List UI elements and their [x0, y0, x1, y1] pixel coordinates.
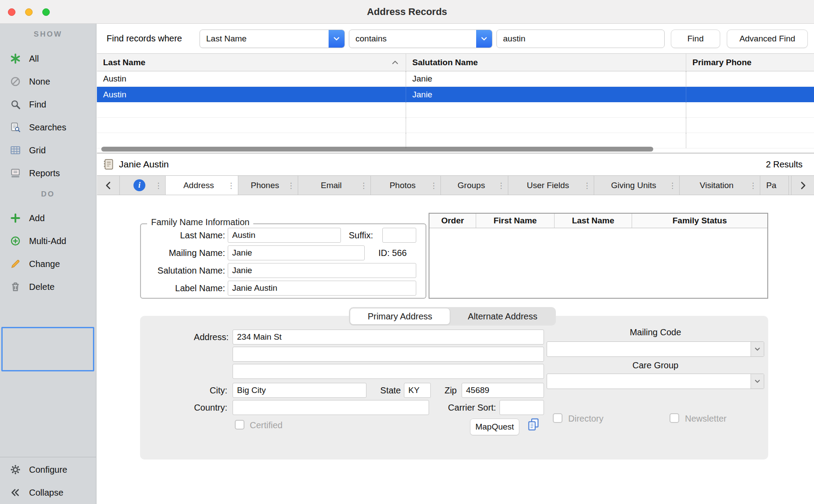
tab-menu-icon[interactable]: ⋮: [227, 181, 235, 190]
gear-icon: [9, 463, 22, 476]
find-button[interactable]: Find: [671, 30, 720, 48]
group-title: Family Name Information: [147, 217, 253, 227]
address-line2-field[interactable]: [233, 347, 544, 362]
info-icon: i: [133, 179, 145, 191]
address-tab-switcher: Primary Address Alternate Address: [349, 307, 556, 326]
tab-info[interactable]: i ⋮: [120, 176, 166, 195]
tab-menu-icon[interactable]: ⋮: [497, 181, 505, 190]
tab-visitation[interactable]: Visitation⋮: [680, 176, 760, 195]
sidebar-item-collapse[interactable]: Collapse: [0, 481, 96, 504]
tab-menu-icon[interactable]: ⋮: [287, 181, 295, 190]
tab-pastoral-truncated[interactable]: Pa: [760, 176, 789, 195]
zoom-button[interactable]: [42, 8, 50, 16]
tab-menu-icon[interactable]: ⋮: [749, 181, 757, 190]
search-input[interactable]: [496, 30, 665, 48]
column-header-primary-phone[interactable]: Primary Phone: [686, 54, 814, 71]
chevron-down-icon: [751, 342, 764, 356]
sidebar-item-none[interactable]: None: [0, 70, 96, 93]
mailing-name-label: Mailing Name:: [141, 245, 225, 260]
city-field[interactable]: [233, 383, 366, 398]
label-name-label: Label Name:: [141, 281, 225, 296]
table-row[interactable]: Austin Janie: [97, 71, 814, 87]
label-name-field[interactable]: [228, 281, 416, 296]
carrier-sort-field[interactable]: [500, 400, 544, 415]
advanced-find-button[interactable]: Advanced Find: [727, 30, 808, 48]
table-row-selected[interactable]: Austin Janie: [97, 87, 814, 102]
address-line1-field[interactable]: [233, 330, 544, 345]
results-header-row: Last Name Salutation Name Primary Phone: [97, 54, 814, 71]
sidebar-item-find[interactable]: Find: [0, 93, 96, 116]
results-horizontal-scrollbar[interactable]: [101, 147, 653, 152]
column-header-order: Order: [429, 214, 476, 228]
tab-address[interactable]: Address⋮: [166, 176, 238, 195]
tab-user-fields[interactable]: User Fields⋮: [508, 176, 594, 195]
tab-scroll-right-button[interactable]: [791, 176, 814, 195]
plus-icon: [9, 211, 22, 225]
close-button[interactable]: [8, 8, 15, 16]
minimize-button[interactable]: [25, 8, 33, 16]
sidebar-item-label: Grid: [29, 145, 46, 156]
sidebar-divider: [0, 457, 96, 457]
sidebar-item-reports[interactable]: Reports: [0, 162, 96, 185]
copy-address-icon[interactable]: [526, 417, 541, 434]
trash-icon: [9, 280, 22, 293]
sidebar-show-header: SHOW: [0, 30, 96, 39]
sidebar-item-delete[interactable]: Delete: [0, 275, 96, 298]
members-header-row: Order First Name Last Name Family Status: [429, 214, 767, 228]
tab-menu-icon[interactable]: ⋮: [155, 181, 162, 190]
mailing-name-field[interactable]: [228, 245, 365, 260]
country-field[interactable]: [233, 400, 429, 415]
tab-menu-icon[interactable]: ⋮: [430, 181, 437, 190]
family-name-information-group: Family Name Information Last Name: Suffi…: [140, 223, 426, 299]
suffix-label: Suffix:: [326, 228, 373, 243]
zip-label: Zip: [436, 383, 457, 398]
find-field-value: Last Name: [206, 34, 247, 44]
record-bar: Janie Austin 2 Results: [97, 153, 814, 175]
sidebar-item-label: All: [29, 54, 39, 64]
care-group-select[interactable]: [547, 374, 764, 389]
tab-giving-units[interactable]: Giving Units⋮: [594, 176, 680, 195]
last-name-field[interactable]: [228, 228, 341, 243]
tab-menu-icon[interactable]: ⋮: [669, 181, 676, 190]
sidebar-item-searches[interactable]: Searches: [0, 116, 96, 139]
directory-checkbox[interactable]: [553, 413, 562, 423]
pencil-icon: [9, 257, 22, 271]
tab-scroll-left-button[interactable]: [97, 176, 120, 195]
record-tab-bar: i ⋮ Address⋮ Phones⋮ Email⋮ Photos⋮ Grou…: [97, 175, 814, 195]
zip-field[interactable]: [462, 383, 544, 398]
mapquest-button[interactable]: MapQuest: [470, 419, 519, 435]
tab-groups[interactable]: Groups⋮: [441, 176, 508, 195]
record-detail: Family Name Information Last Name: Suffi…: [97, 195, 814, 504]
tab-primary-address[interactable]: Primary Address: [350, 308, 450, 325]
tab-menu-icon[interactable]: ⋮: [583, 181, 591, 190]
sidebar-item-configure[interactable]: Configure: [0, 458, 96, 481]
salutation-name-field[interactable]: [228, 263, 416, 278]
sidebar-item-change[interactable]: Change: [0, 252, 96, 275]
certified-checkbox[interactable]: [235, 420, 244, 430]
tab-photos[interactable]: Photos⋮: [371, 176, 441, 195]
sidebar-item-add[interactable]: Add: [0, 207, 96, 230]
column-header-family-status: Family Status: [632, 214, 767, 228]
chevron-down-icon: [751, 374, 764, 389]
tab-phones[interactable]: Phones⋮: [238, 176, 298, 195]
suffix-field[interactable]: [382, 228, 416, 243]
sidebar: SHOW All None Find Searches Grid Reports…: [0, 24, 96, 504]
state-field[interactable]: [404, 383, 431, 398]
tab-alternate-address[interactable]: Alternate Address: [450, 308, 555, 325]
find-operator-value: contains: [355, 34, 387, 44]
mailing-code-select[interactable]: [547, 341, 764, 357]
sidebar-item-multi-add[interactable]: Multi-Add: [0, 230, 96, 252]
column-header-salutation-name[interactable]: Salutation Name: [406, 54, 686, 71]
tab-email[interactable]: Email⋮: [298, 176, 371, 195]
table-row-empty: [97, 102, 814, 118]
find-operator-select[interactable]: contains: [349, 30, 492, 48]
column-header-last-name[interactable]: Last Name: [97, 54, 406, 71]
sidebar-item-label: Delete: [29, 282, 55, 292]
newsletter-checkbox[interactable]: [670, 413, 679, 423]
sidebar-item-grid[interactable]: Grid: [0, 139, 96, 162]
tab-menu-icon[interactable]: ⋮: [360, 181, 367, 190]
find-field-select[interactable]: Last Name: [200, 30, 345, 48]
directory-label: Directory: [568, 413, 603, 424]
address-line3-field[interactable]: [233, 364, 544, 379]
sidebar-item-all[interactable]: All: [0, 47, 96, 70]
